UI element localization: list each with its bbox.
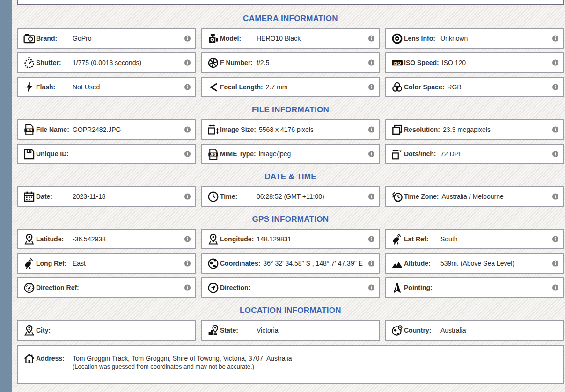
card-focal-length: Focal Length: 2.7 mm	[201, 77, 380, 97]
info-icon[interactable]	[368, 236, 375, 243]
card-latitude: Latitude: -36.542938	[17, 229, 196, 249]
home-icon	[22, 353, 36, 364]
field-value: Not Used	[73, 83, 100, 91]
card-country: Country: Australia	[385, 320, 564, 341]
info-icon[interactable]	[368, 151, 375, 158]
field-value: 1/775 (0.0013 seconds)	[73, 59, 141, 66]
field-label: Resolution:	[404, 126, 440, 133]
field-label: Address:	[36, 353, 70, 362]
card-brand: Brand: GoPro	[17, 28, 196, 49]
info-icon[interactable]	[552, 35, 559, 42]
info-icon[interactable]	[368, 35, 375, 42]
info-icon[interactable]	[368, 59, 375, 66]
separator-line	[12, 6, 565, 7]
info-icon[interactable]	[368, 260, 375, 267]
info-icon[interactable]	[184, 236, 191, 243]
field-value: 2.7 mm	[266, 83, 288, 91]
field-value: 148.129831	[257, 235, 291, 243]
flash-bolt-icon	[22, 81, 36, 93]
svg-text:JPG: JPG	[210, 152, 216, 156]
metadata-panel: CAMERA INFORMATION Brand: GoPro Model: H…	[17, 0, 564, 384]
field-value: ISO 120	[442, 59, 466, 66]
section-grid: Brand: GoPro Model: HERO10 Black Lens In…	[17, 28, 564, 97]
info-icon[interactable]	[368, 126, 375, 133]
field-label: Shutter:	[36, 59, 70, 66]
field-value: GOPR2482.JPG	[73, 126, 121, 133]
field-value: 06:28:52 (GMT +11:00)	[257, 193, 324, 200]
section-grid: Date: 2023-11-18 Time: 06:28:52 (GMT +11…	[17, 186, 564, 207]
field-value: Victoria	[257, 327, 278, 334]
jpg-file-icon: JPG	[22, 124, 36, 136]
card-color-space: Color Space: RGB	[385, 77, 564, 97]
card-shutter: Shutter: 1/775 (0.0013 seconds)	[17, 52, 196, 73]
info-icon[interactable]	[184, 284, 191, 291]
field-value: Australia	[440, 327, 466, 334]
section-title: GPS INFORMATION	[17, 214, 564, 224]
info-icon[interactable]	[184, 126, 191, 133]
section-location-information: LOCATION INFORMATION City: State: Victor…	[17, 305, 564, 384]
info-icon[interactable]	[552, 236, 559, 243]
field-value: f/2.5	[257, 59, 269, 66]
svg-text:ISO: ISO	[393, 60, 401, 65]
info-icon[interactable]	[368, 284, 375, 291]
sections-container: CAMERA INFORMATION Brand: GoPro Model: H…	[17, 14, 564, 384]
card-f-number: F Number: f/2.5	[201, 52, 380, 73]
card-time: Time: 06:28:52 (GMT +11:00)	[201, 186, 380, 207]
globe-icon	[206, 258, 220, 269]
info-icon[interactable]	[552, 151, 559, 158]
card-altitude: Altitude: 539m. (Above Sea Level)	[385, 253, 564, 274]
iso-badge-icon: ISO	[390, 57, 404, 69]
satellite-dish-icon	[390, 233, 404, 245]
card-flash: Flash: Not Used	[17, 77, 196, 97]
field-value: -36.542938	[73, 235, 106, 243]
left-gutter-strip	[0, 0, 12, 392]
field-value: 23.3 megapixels	[443, 126, 491, 133]
info-icon[interactable]	[552, 84, 559, 91]
field-value: image/jpeg	[259, 150, 291, 158]
top-panel-bottom-edge	[17, 0, 564, 5]
section-gps-information: GPS INFORMATION Latitude: -36.542938 Lon…	[17, 214, 564, 298]
camcorder-icon	[206, 33, 220, 44]
info-icon[interactable]	[552, 260, 559, 267]
field-label: Date:	[36, 193, 70, 200]
field-label: State:	[220, 327, 254, 334]
field-value: HERO10 Black	[257, 35, 301, 42]
compass-icon	[22, 282, 36, 294]
info-icon[interactable]	[184, 59, 191, 66]
field-label: Time:	[220, 193, 254, 200]
field-value: South	[440, 235, 458, 243]
field-label: Altitude:	[404, 260, 438, 267]
field-value: East	[73, 260, 86, 267]
card-direction-ref: Direction Ref:	[17, 277, 196, 298]
lens-icon	[390, 33, 404, 44]
card-model: Model: HERO10 Black	[201, 28, 380, 49]
info-icon[interactable]	[184, 84, 191, 91]
country-globe-icon	[390, 325, 404, 336]
card-image-size: Image Size: 5568 x 4176 pixels	[201, 119, 380, 140]
field-value: Unknown	[440, 35, 468, 42]
mountains-icon	[390, 258, 404, 269]
info-icon[interactable]	[368, 84, 375, 91]
section-grid: Latitude: -36.542938 Longitude: 148.1298…	[17, 229, 564, 298]
info-icon[interactable]	[368, 193, 375, 200]
info-icon[interactable]	[184, 260, 191, 267]
field-label: Color Space:	[404, 83, 444, 91]
card-pointing: Pointing:	[385, 277, 564, 298]
card-coordinates: Coordinates: 36° 32' 34.58" S , 148° 7' …	[201, 253, 380, 274]
unique-id-icon	[22, 148, 36, 160]
info-icon[interactable]	[552, 126, 559, 133]
field-value: 539m. (Above Sea Level)	[440, 260, 514, 267]
field-label: Image Size:	[220, 126, 256, 133]
info-icon[interactable]	[184, 193, 191, 200]
info-icon[interactable]	[184, 35, 191, 42]
info-icon[interactable]	[552, 284, 559, 291]
info-icon[interactable]	[184, 151, 191, 158]
svg-text:x: x	[399, 148, 402, 152]
card-lat-ref: Lat Ref: South	[385, 229, 564, 249]
field-label: File Name:	[36, 126, 70, 133]
city-pin-icon	[22, 325, 36, 336]
card-dots-inch: x Dots/Inch: 72 DPI	[385, 144, 564, 164]
info-icon[interactable]	[552, 193, 559, 200]
field-label: Direction:	[220, 284, 254, 291]
info-icon[interactable]	[552, 59, 559, 66]
